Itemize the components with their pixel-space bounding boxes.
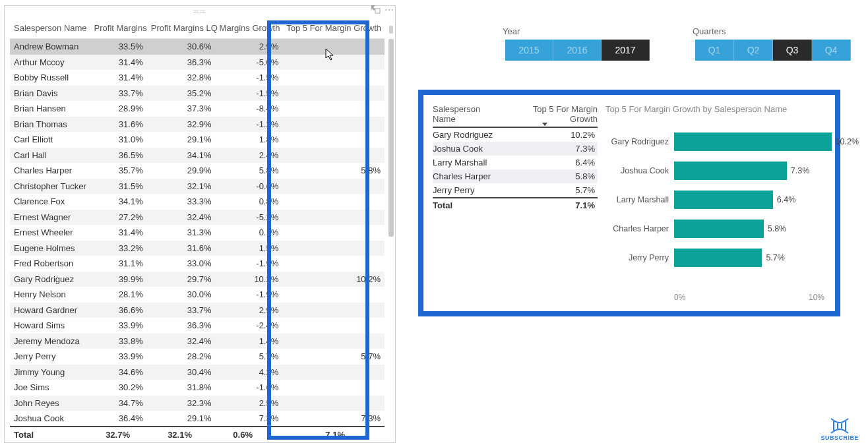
cell-pm[interactable]: 31.0% xyxy=(90,132,147,148)
table-row[interactable]: Jimmy Young34.6%30.4%4.2% xyxy=(10,365,385,380)
table-row[interactable]: Joshua Cook36.4%29.1%7.3%7.3% xyxy=(10,411,385,427)
cell-pm[interactable]: 33.7% xyxy=(90,86,147,102)
cell-pmlq[interactable]: 29.7% xyxy=(147,272,216,287)
table-row[interactable]: Howard Sims33.9%36.3%-2.4% xyxy=(10,318,385,334)
mini-table-header[interactable]: Salesperson Name Top 5 For Margin Growth xyxy=(433,104,598,128)
cell-name[interactable]: Brian Hansen xyxy=(10,101,90,117)
cell-mg[interactable]: 5.7% xyxy=(216,349,283,365)
cell-name[interactable]: Howard Sims xyxy=(10,318,90,334)
cell-name[interactable]: Jerry Perry xyxy=(10,349,90,365)
bar-fill[interactable] xyxy=(674,191,773,209)
cell-name[interactable]: Clarence Fox xyxy=(10,194,90,210)
cell-top5[interactable] xyxy=(282,101,385,117)
bar-row[interactable]: Charles Harper5.8% xyxy=(603,214,828,243)
cell-top5[interactable] xyxy=(282,334,385,349)
cell-mg[interactable]: 2.9% xyxy=(216,39,283,55)
table-row[interactable]: Gary Rodriguez39.9%29.7%10.2%10.2% xyxy=(10,272,385,287)
bar-row[interactable]: Joshua Cook7.3% xyxy=(603,156,828,185)
mini-header-name[interactable]: Salesperson Name xyxy=(433,104,505,124)
table-row[interactable]: Henry Nelson28.1%30.0%-1.9% xyxy=(10,287,385,303)
cell-mg[interactable]: -1.9% xyxy=(216,256,283,272)
cell-pm[interactable]: 34.7% xyxy=(90,396,147,411)
table-row[interactable]: Carl Hall36.5%34.1%2.4% xyxy=(10,148,385,163)
col-header-profit-margins[interactable]: Profit Margins xyxy=(90,20,147,39)
cell-pmlq[interactable]: 33.7% xyxy=(147,303,216,318)
table-row[interactable]: Bobby Russell31.4%32.8%-1.5% xyxy=(10,70,385,86)
focus-mode-icon[interactable] xyxy=(371,5,381,16)
cell-pm[interactable]: 31.1% xyxy=(90,256,147,272)
cell-mg[interactable]: 2.5% xyxy=(216,396,283,411)
cell-pmlq[interactable]: 33.3% xyxy=(147,194,216,210)
cell-pm[interactable]: 30.2% xyxy=(90,380,147,396)
year-slicer-option-2016[interactable]: 2016 xyxy=(553,40,602,61)
cell-pmlq[interactable]: 32.4% xyxy=(147,210,216,225)
cell-top5[interactable] xyxy=(282,117,385,133)
table-row[interactable]: Howard Gardner36.6%33.7%2.9% xyxy=(10,303,385,318)
cell-top5[interactable] xyxy=(282,380,385,396)
col-header-name[interactable]: Salesperson Name xyxy=(10,20,90,39)
cell-pmlq[interactable]: 32.1% xyxy=(147,179,216,194)
cell-mg[interactable]: -0.6% xyxy=(216,179,283,194)
cell-pm[interactable]: 33.9% xyxy=(90,349,147,365)
cell-pm[interactable]: 36.4% xyxy=(90,411,147,427)
table-row[interactable]: Ernest Wagner27.2%32.4%-5.2% xyxy=(10,210,385,225)
cell-pmlq[interactable]: 34.1% xyxy=(147,148,216,163)
cell-pmlq[interactable]: 29.9% xyxy=(147,163,216,179)
cell-pmlq[interactable]: 32.9% xyxy=(147,117,216,133)
table-header-row[interactable]: Salesperson Name Profit Margins Profit M… xyxy=(10,20,385,39)
cell-mg[interactable]: -8.4% xyxy=(216,101,283,117)
cell-mg[interactable]: 10.2% xyxy=(216,272,283,287)
cell-mg[interactable]: -1.9% xyxy=(216,287,283,303)
cell-pmlq[interactable]: 29.1% xyxy=(147,411,216,427)
cell-top5[interactable] xyxy=(282,132,385,148)
top5-bar-chart[interactable]: Top 5 For Margin Growth by Salesperson N… xyxy=(603,104,828,305)
cell-pm[interactable]: 33.8% xyxy=(90,334,147,349)
cell-name[interactable]: Brian Davis xyxy=(10,86,90,102)
cell-pmlq[interactable]: 36.3% xyxy=(147,318,216,334)
bar-row[interactable]: Gary Rodriguez10.2% xyxy=(603,127,828,156)
cell-name[interactable]: Henry Nelson xyxy=(10,287,90,303)
bar-row[interactable]: Jerry Perry5.7% xyxy=(603,243,828,272)
cell-mg[interactable]: -1.2% xyxy=(216,117,283,133)
bar-fill[interactable] xyxy=(674,220,764,238)
main-table-visual[interactable]: ══ ⋯ Salesperson Name Profit Margins Pro… xyxy=(4,5,396,443)
cell-name[interactable]: Christopher Tucker xyxy=(10,179,90,194)
year-slicer-option-2017[interactable]: 2017 xyxy=(602,40,650,61)
cell-pm[interactable]: 31.5% xyxy=(90,179,147,194)
cell-mg[interactable]: -1.6% xyxy=(216,380,283,396)
cell-pmlq[interactable]: 31.8% xyxy=(147,380,216,396)
cell-mg[interactable]: 7.3% xyxy=(216,411,283,427)
cell-top5[interactable] xyxy=(282,39,385,55)
cell-pm[interactable]: 31.4% xyxy=(90,225,147,241)
cell-pmlq[interactable]: 30.6% xyxy=(147,39,216,55)
cell-name[interactable]: Joe Sims xyxy=(10,380,90,396)
cell-name[interactable]: Andrew Bowman xyxy=(10,39,90,55)
table-row[interactable]: Brian Hansen28.9%37.3%-8.4% xyxy=(10,101,385,117)
cell-top5[interactable] xyxy=(282,303,385,318)
cell-name[interactable]: Jeremy Mendoza xyxy=(10,334,90,349)
cell-pm[interactable]: 28.9% xyxy=(90,101,147,117)
cell-name[interactable]: Brian Thomas xyxy=(10,117,90,133)
bar-fill[interactable] xyxy=(674,162,787,180)
cell-pmlq[interactable]: 28.2% xyxy=(147,349,216,365)
cell-top5[interactable] xyxy=(282,70,385,86)
cell-name[interactable]: Joshua Cook xyxy=(10,411,90,427)
quarter-slicer-option-q3[interactable]: Q3 xyxy=(773,40,812,61)
cell-mg[interactable]: 0.1% xyxy=(216,225,283,241)
table-row[interactable]: Joe Sims30.2%31.8%-1.6% xyxy=(10,380,385,396)
table-row[interactable]: Ernest Wheeler31.4%31.3%0.1% xyxy=(10,225,385,241)
mini-table-row[interactable]: Joshua Cook7.3% xyxy=(433,142,598,156)
cell-top5[interactable] xyxy=(282,396,385,411)
cell-top5[interactable] xyxy=(282,194,385,210)
cell-name[interactable]: Carl Elliott xyxy=(10,132,90,148)
quarter-slicer-option-q2[interactable]: Q2 xyxy=(734,40,773,61)
cell-mg[interactable]: -2.4% xyxy=(216,318,283,334)
table-row[interactable]: Andrew Bowman33.5%30.6%2.9% xyxy=(10,39,385,55)
cell-name[interactable]: Ernest Wheeler xyxy=(10,225,90,241)
cell-pm[interactable]: 33.2% xyxy=(90,241,147,256)
cell-pmlq[interactable]: 29.1% xyxy=(147,132,216,148)
cell-top5[interactable] xyxy=(282,365,385,380)
cell-top5[interactable] xyxy=(282,225,385,241)
col-header-profit-margins-lq[interactable]: Profit Margins LQ xyxy=(147,20,216,39)
vertical-scrollbar[interactable] xyxy=(388,26,394,423)
